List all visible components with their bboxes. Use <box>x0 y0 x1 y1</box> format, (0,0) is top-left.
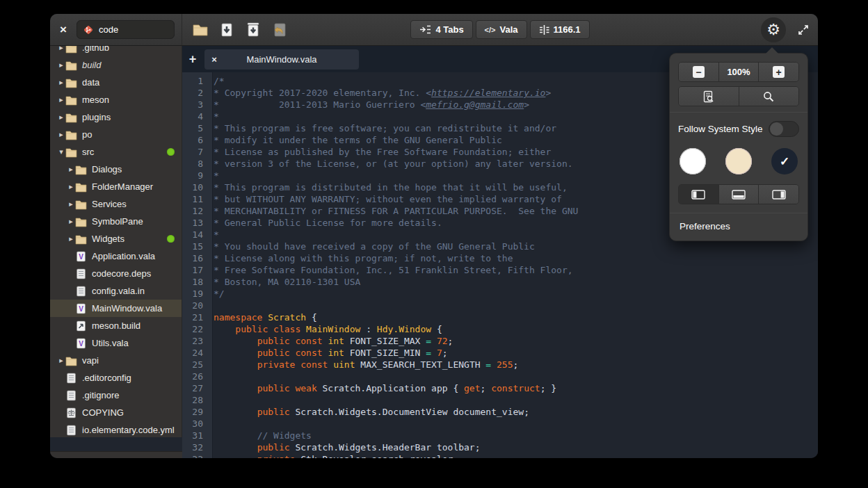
tree-item-po[interactable]: ▸po <box>50 126 182 143</box>
tree-item-foldermanager[interactable]: ▸FolderManager <box>50 178 182 195</box>
style-light-option[interactable] <box>680 148 706 174</box>
expander-icon[interactable]: ▸ <box>57 356 65 365</box>
folder-icon <box>65 112 82 123</box>
open-project-folder-row[interactable]: Open Project Folder… ⋮ <box>50 451 182 458</box>
tree-item-plugins[interactable]: ▸plugins <box>50 108 182 126</box>
code-text: * License as published by the Free Softw… <box>209 146 551 158</box>
project-menu-button[interactable]: ⋮ <box>166 456 177 459</box>
tree-item-label: FolderManager <box>92 181 153 192</box>
expander-icon[interactable]: ▸ <box>67 200 75 209</box>
tabs-overview-button[interactable]: 4 Tabs <box>410 20 472 39</box>
gear-icon: ⚙ <box>766 22 780 38</box>
tree-item-meson-build[interactable]: meson.build <box>50 317 182 334</box>
line-number: 22 <box>182 323 209 335</box>
show-bottom-panel-button[interactable] <box>718 185 759 204</box>
expander-icon[interactable]: ▸ <box>67 234 75 243</box>
line-number: 10 <box>182 181 209 193</box>
tree-item-label: build <box>82 60 101 70</box>
tree-item-vapi[interactable]: ▸vapi <box>50 352 182 369</box>
code-text: private Gtk.Revealer search_revealer; <box>209 453 458 458</box>
code-line: 19*/ <box>182 288 818 300</box>
tree-item--github[interactable]: ▸.github <box>50 46 182 56</box>
folder-icon <box>75 181 92 193</box>
folder-icon <box>65 77 82 88</box>
language-label: Vala <box>500 24 518 35</box>
tree-item-label: data <box>82 77 99 88</box>
project-chooser-button[interactable]: code <box>77 20 175 39</box>
tree-item-codecore-deps[interactable]: codecore.deps <box>50 265 182 282</box>
expander-icon[interactable]: ▸ <box>67 165 75 174</box>
line-number: 30 <box>182 418 209 430</box>
zoom-out-button[interactable]: − <box>679 63 718 81</box>
tree-item--gitignore[interactable]: .gitignore <box>50 387 182 404</box>
expander-icon[interactable]: ▸ <box>57 130 65 139</box>
line-number: 27 <box>182 382 209 394</box>
find-in-file-button[interactable] <box>679 87 739 106</box>
expander-icon[interactable]: ▸ <box>67 182 75 191</box>
line-column-button[interactable]: 1166.1 <box>530 20 590 39</box>
global-search-button[interactable] <box>739 87 799 106</box>
expander-icon[interactable]: ▸ <box>57 46 65 52</box>
tree-item-application-vala[interactable]: VApplication.vala <box>50 247 182 265</box>
expander-icon[interactable]: ▸ <box>57 78 65 87</box>
line-number: 8 <box>182 158 209 170</box>
code-line: 15* You should have received a copy of t… <box>182 241 818 252</box>
tree-item-meson[interactable]: ▸meson <box>50 91 182 108</box>
tree-item-build[interactable]: ▸build <box>50 56 182 74</box>
code-line: 16* License along with this program; if … <box>182 252 818 264</box>
settings-popover: − 100% + <box>669 53 808 241</box>
tree-item-label: io.elementary.code.yml <box>82 425 175 435</box>
tree-item-utils-vala[interactable]: VUtils.vala <box>50 334 182 352</box>
language-selector-button[interactable]: </> Vala <box>476 20 527 39</box>
tree-item-services[interactable]: ▸Services <box>50 195 182 213</box>
expander-icon[interactable]: ▾ <box>57 147 65 156</box>
line-number: 2 <box>182 87 209 99</box>
preferences-menu-item[interactable]: Preferences <box>670 213 807 241</box>
tree-item-data[interactable]: ▸data <box>50 74 182 91</box>
style-sand-option[interactable] <box>725 148 752 174</box>
fullscreen-button[interactable] <box>797 24 810 36</box>
tree-item-config-vala-in[interactable]: config.vala.in <box>50 282 182 300</box>
tree-item-widgets[interactable]: ▸Widgets <box>50 230 182 247</box>
close-window-button[interactable]: × <box>56 23 71 37</box>
tree-item-src[interactable]: ▾src <box>50 143 182 161</box>
vala-icon: V <box>75 338 92 349</box>
zoom-in-button[interactable]: + <box>758 63 798 81</box>
show-left-panel-button[interactable] <box>679 185 718 204</box>
folder-icon <box>75 164 92 175</box>
line-number: 12 <box>182 205 209 217</box>
line-number: 14 <box>182 229 209 241</box>
tree-item-copying[interactable]: COPYING <box>50 404 182 421</box>
tab-mainwindow-vala[interactable]: × MainWindow.vala <box>204 49 359 70</box>
tree-item-io-elementary-code-yml[interactable]: io.elementary.code.yml <box>50 421 182 437</box>
settings-menu-button[interactable]: ⚙ <box>761 17 786 42</box>
line-number: 3 <box>182 99 209 111</box>
tree-item--editorconfig[interactable]: .editorconfig <box>50 369 182 387</box>
zoom-level-button[interactable]: 100% <box>718 63 759 81</box>
project-sidebar: ▸.github▸build▸data▸meson▸plugins▸po▾src… <box>50 46 182 437</box>
expander-icon[interactable]: ▸ <box>57 60 65 70</box>
code-text: * You should have received a copy of the… <box>209 241 535 252</box>
folder-icon <box>65 46 82 54</box>
code-line: 21namespace Scratch { <box>182 311 818 323</box>
folder-icon <box>65 147 82 158</box>
svg-text:V: V <box>79 339 83 347</box>
folder-icon <box>75 199 92 210</box>
code-text: * but WITHOUT ANY WARRANTY; without even… <box>209 193 562 205</box>
code-text: * Free Software Foundation, Inc., 51 Fra… <box>209 264 573 276</box>
expander-icon[interactable]: ▸ <box>67 217 75 226</box>
style-dark-option-selected[interactable]: ✓ <box>771 148 798 174</box>
follow-system-style-toggle[interactable] <box>769 121 799 137</box>
tree-item-dialogs[interactable]: ▸Dialogs <box>50 161 182 178</box>
code-text: */ <box>209 288 225 300</box>
tree-item-label: .github <box>82 46 109 53</box>
code-text: public weak Scratch.Application app { ge… <box>209 382 556 394</box>
new-tab-button[interactable]: + <box>182 52 203 67</box>
tree-item-mainwindow-vala[interactable]: VMainWindow.vala <box>50 300 182 317</box>
tree-item-symbolpane[interactable]: ▸SymbolPane <box>50 213 182 230</box>
expander-icon[interactable]: ▸ <box>57 113 65 122</box>
text-icon <box>75 286 92 297</box>
expander-icon[interactable]: ▸ <box>57 95 65 104</box>
show-right-panel-button[interactable] <box>758 185 798 204</box>
tree-item-label: Utils.vala <box>92 338 129 348</box>
